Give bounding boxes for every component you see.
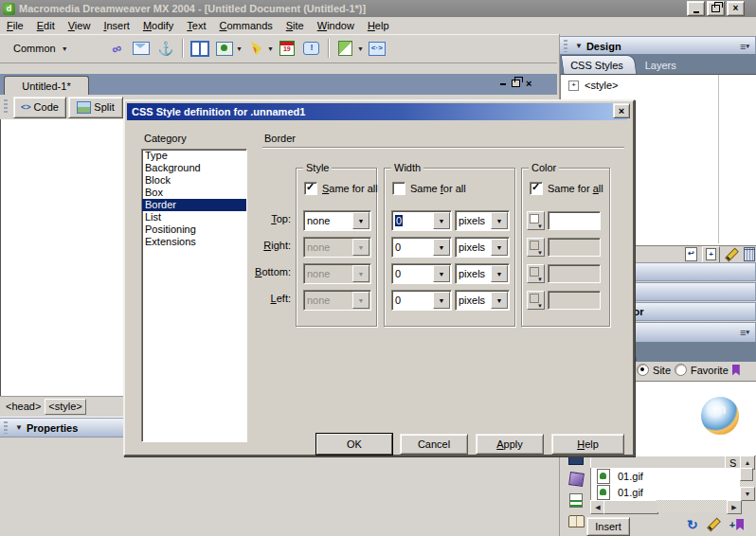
- width-same-for-all-checkbox[interactable]: [392, 182, 405, 195]
- chevron-down-icon[interactable]: ▼: [491, 265, 508, 282]
- close-button[interactable]: ×: [727, 1, 745, 16]
- split-view-button[interactable]: Split: [68, 97, 123, 118]
- top-style-combo[interactable]: none▼: [303, 210, 371, 231]
- top-width-combo[interactable]: 0▼: [391, 210, 452, 231]
- toolbar-grip[interactable]: [4, 99, 8, 115]
- tag-style[interactable]: <style>: [45, 399, 85, 415]
- edit-style-icon[interactable]: [725, 247, 739, 261]
- horizontal-scrollbar[interactable]: [657, 500, 727, 512]
- dialog-close-button[interactable]: ×: [613, 103, 630, 118]
- bottom-width-combo[interactable]: 0▼: [391, 263, 452, 284]
- chevron-down-icon[interactable]: ▼: [433, 292, 450, 309]
- panel-grip[interactable]: [4, 421, 8, 434]
- tree-expand-icon[interactable]: +: [568, 80, 579, 91]
- edit-asset-icon[interactable]: [707, 518, 721, 532]
- minimize-button[interactable]: [687, 1, 705, 16]
- menu-site[interactable]: Site: [279, 18, 311, 33]
- color-same-for-all-checkbox[interactable]: [530, 182, 543, 195]
- menu-commands[interactable]: Commands: [213, 18, 279, 33]
- dialog-title-bar[interactable]: CSS Style definition for .unnamed1: [127, 103, 627, 120]
- collapse-arrow-icon[interactable]: ▼: [575, 42, 583, 50]
- menu-help[interactable]: Help: [361, 18, 396, 33]
- cancel-button[interactable]: Cancel: [400, 434, 468, 455]
- right-unit-combo[interactable]: pixels▼: [455, 237, 510, 258]
- chevron-down-icon[interactable]: ▼: [433, 239, 450, 256]
- category-extensions[interactable]: Extensions: [142, 236, 246, 248]
- insert-asset-button[interactable]: Insert: [586, 517, 630, 536]
- doc-minimize-icon[interactable]: [500, 83, 506, 85]
- bottom-unit-combo[interactable]: pixels▼: [455, 263, 510, 284]
- design-panel-header[interactable]: ▼ Design ≡: [560, 36, 756, 56]
- insert-category-select[interactable]: Common ▼: [13, 43, 87, 54]
- document-tab[interactable]: Untitled-1*: [4, 76, 89, 96]
- help-button[interactable]: Help: [551, 434, 624, 455]
- panel-grip[interactable]: [564, 40, 567, 52]
- category-background[interactable]: Background: [142, 162, 246, 174]
- tab-css-styles[interactable]: CSS Styles: [561, 55, 637, 74]
- left-unit-combo[interactable]: pixels▼: [455, 290, 510, 311]
- attach-style-sheet-icon[interactable]: ↩: [685, 247, 697, 261]
- scrollbar-thumb[interactable]: [740, 468, 753, 481]
- menu-file[interactable]: File: [0, 18, 30, 33]
- scripts-category-icon[interactable]: [567, 492, 585, 508]
- tag-head[interactable]: <head>: [6, 401, 41, 412]
- category-positioning[interactable]: Positioning: [142, 223, 246, 236]
- category-type[interactable]: Type: [142, 150, 246, 162]
- top-color-field[interactable]: [548, 211, 601, 230]
- menu-edit[interactable]: Edit: [30, 18, 62, 33]
- refresh-icon[interactable]: ↻: [687, 517, 698, 532]
- scroll-down-button[interactable]: ▼: [740, 487, 755, 501]
- chevron-down-icon[interactable]: ▼: [491, 239, 508, 256]
- style-same-for-all-checkbox[interactable]: [304, 182, 317, 195]
- add-to-favorites-button[interactable]: +: [729, 519, 744, 530]
- hyperlink-button[interactable]: ∞: [106, 39, 127, 58]
- ok-button[interactable]: OK: [316, 434, 392, 455]
- media-dropdown-arrow-icon[interactable]: ▼: [267, 45, 274, 52]
- code-view-button[interactable]: <> Code: [13, 97, 66, 118]
- doc-close-icon[interactable]: ×: [526, 78, 531, 89]
- menu-modify[interactable]: Modify: [136, 18, 180, 33]
- library-category-icon[interactable]: [567, 513, 585, 528]
- favorite-radio[interactable]: [675, 364, 687, 376]
- insert-comment-button[interactable]: !: [301, 39, 322, 58]
- insert-date-button[interactable]: 19: [277, 39, 297, 58]
- category-box[interactable]: Box: [142, 187, 246, 199]
- tree-style-node[interactable]: <style>: [585, 80, 618, 91]
- h-scrollbar-thumb[interactable]: [603, 500, 658, 514]
- asset-list-item[interactable]: 01.gif: [591, 468, 741, 484]
- chevron-down-icon[interactable]: ▼: [491, 292, 508, 309]
- top-color-picker[interactable]: [527, 211, 545, 230]
- scroll-right-button[interactable]: ▶: [727, 500, 742, 514]
- named-anchor-button[interactable]: ⚓: [155, 39, 176, 58]
- restore-button[interactable]: [707, 1, 725, 16]
- category-block[interactable]: Block: [142, 174, 246, 187]
- menu-insert[interactable]: Insert: [97, 18, 136, 33]
- new-css-rule-button[interactable]: +: [702, 246, 720, 263]
- menu-view[interactable]: View: [62, 18, 98, 33]
- templates-button[interactable]: [335, 39, 356, 58]
- chevron-down-icon[interactable]: ▼: [433, 212, 450, 229]
- menu-window[interactable]: Window: [311, 18, 361, 33]
- asset-list-item[interactable]: 01.gif: [591, 484, 741, 500]
- category-list[interactable]: List: [142, 211, 246, 223]
- image-dropdown-arrow-icon[interactable]: ▼: [236, 45, 243, 52]
- category-border[interactable]: Border: [142, 199, 246, 211]
- shockwave-category-icon[interactable]: [567, 472, 585, 487]
- email-link-button[interactable]: [131, 39, 152, 58]
- insert-media-button[interactable]: [245, 39, 266, 58]
- templates-dropdown-arrow-icon[interactable]: ▼: [357, 45, 364, 52]
- collapse-arrow-icon[interactable]: ▼: [15, 423, 23, 432]
- tag-chooser-button[interactable]: <·>: [367, 39, 387, 58]
- delete-style-icon[interactable]: [744, 247, 755, 261]
- apply-button[interactable]: Apply: [476, 434, 544, 455]
- chevron-down-icon[interactable]: ▼: [352, 212, 369, 229]
- menu-text[interactable]: Text: [180, 18, 212, 33]
- tab-layers[interactable]: Layers: [636, 60, 686, 74]
- panel-options-icon[interactable]: ≡: [740, 327, 749, 338]
- left-width-combo[interactable]: 0▼: [391, 290, 452, 311]
- insert-table-button[interactable]: [189, 39, 210, 58]
- chevron-down-icon[interactable]: ▼: [491, 212, 508, 229]
- chevron-down-icon[interactable]: ▼: [433, 265, 450, 282]
- right-width-combo[interactable]: 0▼: [391, 237, 452, 258]
- site-radio[interactable]: [637, 364, 649, 376]
